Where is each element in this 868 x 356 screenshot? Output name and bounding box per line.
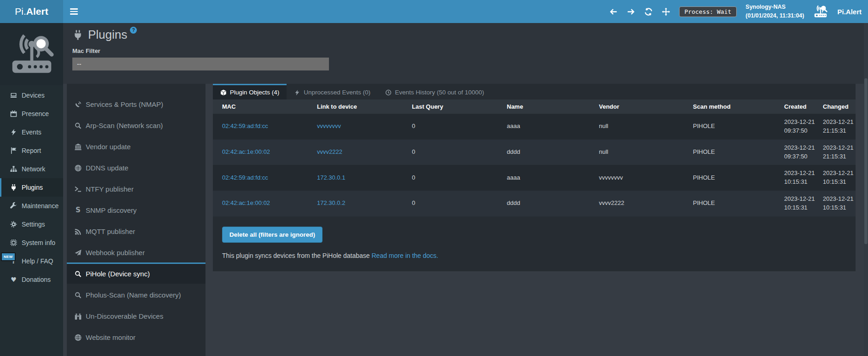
help-badge[interactable]: ? (130, 27, 137, 34)
tab-events-history[interactable]: Events History (50 out of 10000) (378, 84, 492, 99)
laptop-icon (10, 92, 18, 99)
host-info: Synology-NAS (01/01/2024, 11:31:04) (745, 3, 804, 21)
search-icon (74, 122, 82, 129)
plugin-nav-item-website-monitor[interactable]: Website monitor (67, 326, 205, 347)
plugin-nav-label: NTFY publisher (86, 185, 134, 193)
plugin-nav-item-ddns[interactable]: DDNS update (67, 157, 205, 178)
plugin-nav-label: Vendor update (86, 143, 131, 151)
main-content: Plugins ? Mac Filter Services & Ports (N… (63, 23, 868, 356)
plugin-nav-label: Services & Ports (NMAP) (86, 100, 163, 108)
mac-filter-label: Mac Filter (72, 47, 868, 54)
scrollbar-thumb[interactable] (864, 78, 868, 244)
mac-filter-input[interactable] (72, 58, 329, 70)
device-link[interactable]: 172.30.0.1 (317, 174, 345, 181)
changed-cell: 2023-12-21 21:15:31 (816, 140, 856, 165)
col-header-last-query: Last Query (403, 99, 498, 114)
delete-all-button[interactable]: Delete all (filters are ignored) (222, 227, 323, 243)
plugin-nav-label: PiHole (Device sync) (86, 270, 150, 278)
device-link[interactable]: vvvvvvvv (317, 123, 341, 129)
clock-icon (385, 89, 392, 96)
plugin-description-text: This plugin syncs devices from the PiHol… (222, 252, 370, 259)
mac-link[interactable]: 02:42:ac:1e:00:02 (222, 199, 270, 206)
mac-link[interactable]: 02:42:59:ad:fd:cc (222, 174, 268, 181)
move-icon[interactable] (662, 7, 670, 16)
sidebar-item-plugins[interactable]: Plugins (0, 178, 63, 197)
router-logo-icon (813, 5, 828, 18)
search-icon (74, 292, 82, 299)
plugin-nav-item-pihole[interactable]: PiHole (Device sync) (67, 263, 205, 284)
docs-link[interactable]: Read more in the docs. (372, 252, 439, 259)
sidebar-item-events[interactable]: Events (0, 123, 63, 141)
plugin-nav-item-undiscoverable[interactable]: Un-Discoverable Devices (67, 305, 205, 326)
plugin-nav-item-vendor-update[interactable]: Vendor update (67, 135, 205, 157)
device-link[interactable]: 172.30.0.2 (317, 199, 345, 206)
created-cell: 2023-12-21 09:37:50 (778, 114, 816, 140)
tab-bar: Plugin Objects (4) Unprocessed Events (0… (213, 84, 856, 99)
vendor-cell: null (590, 114, 684, 140)
nav-back-arrow-icon[interactable] (609, 7, 618, 16)
sidebar-toggle-button[interactable] (63, 0, 84, 23)
tab-label: Plugin Objects (4) (230, 89, 279, 96)
content-body: Services & Ports (NMAP) Arp-Scan (Networ… (63, 84, 868, 356)
sidebar-item-label: Network (22, 165, 45, 173)
gear-icon (10, 221, 18, 228)
col-header-changed: Changed (816, 99, 856, 114)
col-header-name: Name (498, 99, 590, 114)
plugin-description: This plugin syncs devices from the PiHol… (222, 252, 856, 259)
plugin-nav-item-ntfy[interactable]: NTFY publisher (67, 178, 205, 199)
col-header-vendor: Vendor (590, 99, 684, 114)
scan-method-cell: PIHOLE (684, 140, 778, 165)
sidebar-item-settings[interactable]: Settings (0, 215, 63, 233)
bolt-icon (10, 128, 18, 136)
table-row: 02:42:ac:1e:00:02 172.30.0.2 0 dddd vvvv… (213, 191, 856, 216)
refresh-icon[interactable] (644, 7, 653, 16)
mac-link[interactable]: 02:42:ac:1e:00:02 (222, 148, 270, 155)
plugin-nav-item-nmap[interactable]: Services & Ports (NMAP) (67, 93, 205, 114)
sidebar-item-devices[interactable]: Devices (0, 86, 63, 105)
scan-method-cell: PIHOLE (684, 165, 778, 191)
device-link[interactable]: vvvv2222 (317, 148, 342, 155)
plugin-nav-item-snmp[interactable]: SSNMP discovery (67, 199, 205, 220)
bolt-icon (294, 89, 300, 96)
last-query-cell: 0 (403, 114, 498, 140)
calendar-icon (10, 110, 18, 117)
name-cell: aaaa (498, 114, 590, 140)
page-title: Plugins (88, 28, 127, 42)
tab-plugin-objects[interactable]: Plugin Objects (4) (213, 84, 287, 99)
changed-cell: 2023-12-21 10:15:31 (816, 165, 856, 191)
last-query-cell: 0 (403, 165, 498, 191)
plug-icon (10, 184, 18, 191)
navbar-right-cluster: Process: Wait Synology-NAS (01/01/2024, … (609, 3, 868, 21)
sidebar-item-maintenance[interactable]: Maintenance (0, 197, 63, 215)
sidebar-item-network[interactable]: Network (0, 160, 63, 178)
sidebar-item-label: Maintenance (22, 202, 59, 210)
nav-forward-arrow-icon[interactable] (627, 7, 635, 16)
plugin-nav-item-arpscan[interactable]: Arp-Scan (Network scan) (67, 114, 205, 135)
sidebar-menu: Devices Presence Events Report Network P… (0, 85, 63, 289)
plugin-nav-label: Arp-Scan (Network scan) (86, 122, 163, 129)
vendor-cell: vvvv2222 (590, 191, 684, 216)
scan-method-cell: PIHOLE (684, 114, 778, 140)
sidebar-item-presence[interactable]: Presence (0, 105, 63, 123)
sidebar-item-label: Report (22, 147, 41, 154)
plugin-nav-item-webhook[interactable]: Webhook publisher (67, 241, 205, 263)
sidebar-item-system-info[interactable]: System info (0, 233, 63, 252)
tab-unprocessed-events[interactable]: Unprocessed Events (0) (287, 84, 378, 99)
sidebar: Devices Presence Events Report Network P… (0, 23, 63, 356)
app-logo[interactable]: Pi.Alert (0, 0, 63, 23)
host-name: Synology-NAS (745, 3, 804, 12)
col-header-link: Link to device (308, 99, 403, 114)
name-cell: dddd (498, 140, 590, 165)
mac-link[interactable]: 02:42:59:ad:fd:cc (222, 123, 268, 129)
plugin-nav-item-mqtt[interactable]: MQTT publisher (67, 220, 205, 241)
created-cell: 2023-12-21 10:15:31 (778, 165, 816, 191)
plugin-nav-item-pholus[interactable]: Pholus-Scan (Name discovery) (67, 284, 205, 305)
paper-plane-icon (74, 249, 82, 257)
sidebar-item-donations[interactable]: ♥Donations (0, 270, 63, 289)
cube-icon (220, 89, 227, 96)
table-row: 02:42:59:ad:fd:cc vvvvvvvv 0 aaaa null P… (213, 114, 856, 140)
plugin-nav-label: MQTT publisher (86, 228, 135, 235)
sidebar-item-label: Help / FAQ (22, 257, 53, 265)
sidebar-item-report[interactable]: Report (0, 141, 63, 160)
last-query-cell: 0 (403, 191, 498, 216)
